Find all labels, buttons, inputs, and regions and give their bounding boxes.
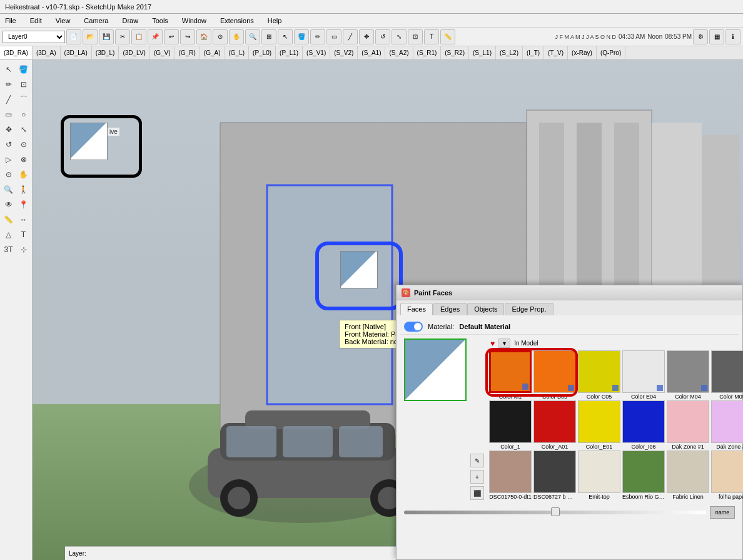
mat-swatch-color_m1[interactable] [489, 350, 532, 393]
tab-pl1[interactable]: (P_L1) [276, 46, 303, 60]
toolbar-new[interactable]: 📄 [66, 29, 81, 44]
mat-swatch-color_a01[interactable] [533, 400, 576, 443]
tool-tape[interactable]: 📏 [2, 213, 16, 227]
toolbar-paint[interactable]: 🪣 [294, 29, 309, 44]
tab-sr1[interactable]: (S_R1) [413, 46, 442, 60]
menu-item-help[interactable]: Help [265, 16, 285, 26]
tool-intersect[interactable]: ⊗ [17, 153, 31, 166]
mat-swatch-color_m05[interactable] [711, 350, 743, 393]
tab-3dl[interactable]: (3D_L) [92, 46, 119, 60]
menu-item-extensions[interactable]: Extensions [218, 16, 256, 26]
toolbar-zoomall[interactable]: ⊞ [261, 29, 276, 44]
tab-edges[interactable]: Edges [433, 303, 467, 315]
menu-item-draw[interactable]: Draw [119, 16, 141, 26]
filter-dropdown[interactable]: ▾ [498, 339, 510, 348]
toolbar-redo[interactable]: ↪ [180, 29, 195, 44]
mat-swatch-color_i06[interactable] [622, 400, 665, 443]
toolbar-save[interactable]: 💾 [99, 29, 114, 44]
tool-push[interactable]: ⤡ [17, 123, 31, 136]
tool-orbit[interactable]: ⊙ [2, 168, 16, 181]
mat-swatch-color_m04[interactable] [667, 350, 709, 393]
toolbar-pan[interactable]: ✋ [229, 29, 244, 44]
tool-rect[interactable]: ▭ [2, 108, 16, 121]
tool-arc[interactable]: ⌒ [17, 93, 31, 106]
mat-swatch-color_e04[interactable] [622, 350, 665, 393]
tab-objects[interactable]: Objects [467, 303, 504, 315]
menu-item-window[interactable]: Window [179, 16, 209, 26]
menu-item-camera[interactable]: Camera [81, 16, 111, 26]
tool-line[interactable]: ╱ [2, 93, 16, 106]
tab-sa1[interactable]: (S_A1) [358, 46, 385, 60]
swatch-add-btn[interactable]: + [470, 470, 484, 484]
tool-zoom2[interactable]: 🔍 [2, 183, 16, 196]
toolbar-rotate[interactable]: ↺ [375, 29, 390, 44]
tab-it[interactable]: (I_T) [523, 46, 544, 60]
toolbar-push[interactable]: ⊡ [408, 29, 423, 44]
tool-fill[interactable]: ⊡ [17, 78, 31, 91]
tool-move[interactable]: ✥ [2, 123, 16, 136]
tab-sv2[interactable]: (S_V2) [330, 46, 358, 60]
tool-3dtext[interactable]: 3T [2, 243, 16, 257]
large-material-swatch[interactable] [404, 339, 467, 401]
tool-text[interactable]: T [17, 228, 31, 242]
tool-followme[interactable]: ▷ [2, 153, 16, 166]
toolbar-camera-home[interactable]: 🏠 [196, 29, 211, 44]
mat-swatch-esboom_rio[interactable] [622, 451, 665, 493]
tool-rotate[interactable]: ↺ [2, 138, 16, 151]
tab-sr2[interactable]: (S_R2) [441, 46, 469, 60]
mat-swatch-dsc06727[interactable] [533, 451, 576, 493]
tool-lookaround[interactable]: 👁 [2, 198, 16, 211]
toolbar-undo[interactable]: ↩ [164, 29, 179, 44]
toolbar-line[interactable]: ╱ [343, 29, 358, 44]
toolbar-select[interactable]: ↖ [278, 29, 293, 44]
tab-gl[interactable]: (G_L) [225, 46, 250, 60]
toolbar-rect[interactable]: ▭ [326, 29, 341, 44]
tab-tv[interactable]: (T_V) [544, 46, 568, 60]
tab-sv1[interactable]: (S_V1) [303, 46, 330, 60]
tool-dimension[interactable]: ↔ [17, 213, 31, 227]
tab-gv[interactable]: (G_V) [150, 46, 175, 60]
mat-swatch-color_1[interactable] [489, 400, 532, 443]
tool-walk[interactable]: 🚶 [17, 183, 31, 196]
tool-select[interactable]: ↖ [2, 63, 16, 76]
toolbar-settings[interactable]: ⚙ [693, 29, 708, 44]
swatch-sample-btn[interactable]: ⬛ [470, 486, 484, 500]
tool-axes[interactable]: ⊹ [17, 243, 31, 257]
toolbar-info[interactable]: ℹ [725, 29, 740, 44]
menu-item-tools[interactable]: Tools [149, 16, 171, 26]
tool-pan2[interactable]: ✋ [17, 168, 31, 181]
toolbar-copy[interactable]: 📋 [131, 29, 146, 44]
tab-faces[interactable]: Faces [400, 303, 433, 315]
tab-3dlv[interactable]: (3D_LV) [119, 46, 150, 60]
mat-swatch-color_c05[interactable] [578, 350, 620, 393]
toolbar-move[interactable]: ✥ [359, 29, 374, 44]
mat-swatch-fabric_linen[interactable] [667, 451, 709, 493]
mat-swatch-dak_zone2[interactable] [711, 400, 743, 443]
toolbar-scale[interactable]: ⤡ [392, 29, 407, 44]
name-button[interactable]: name [710, 506, 735, 519]
tool-eraser[interactable]: ✏ [2, 78, 16, 91]
menu-item-file[interactable]: File [3, 16, 19, 26]
toolbar-zoom[interactable]: 🔍 [245, 29, 260, 44]
tool-scale[interactable]: ⊙ [17, 138, 31, 151]
tab-pl0[interactable]: (P_L0) [249, 46, 276, 60]
tool-paint[interactable]: 🪣 [17, 63, 31, 76]
mat-swatch-color_b05[interactable] [533, 350, 576, 393]
tool-protractor[interactable]: △ [2, 228, 16, 242]
tab-sa2[interactable]: (S_A2) [385, 46, 413, 60]
tool-position[interactable]: 📍 [17, 198, 31, 211]
tab-x-ray[interactable]: (x-Ray) [568, 46, 597, 60]
toolbar-cut[interactable]: ✂ [115, 29, 130, 44]
tab-q-pro[interactable]: (Q-Pro) [597, 46, 625, 60]
material-thumbnail-topleft[interactable] [70, 123, 108, 160]
menu-item-view[interactable]: View [53, 16, 73, 26]
opacity-slider-thumb[interactable] [551, 507, 560, 516]
tab-ga[interactable]: (G_A) [200, 46, 225, 60]
material-toggle[interactable] [404, 322, 423, 332]
toolbar-measure[interactable]: 📏 [440, 29, 455, 44]
toolbar-open[interactable]: 📂 [83, 29, 98, 44]
mat-swatch-folha_papel[interactable] [711, 451, 743, 493]
mat-swatch-dak_zone1[interactable] [667, 400, 709, 443]
material-thumbnail-center[interactable] [340, 251, 378, 288]
tab-edge-prop[interactable]: Edge Prop. [505, 303, 553, 315]
